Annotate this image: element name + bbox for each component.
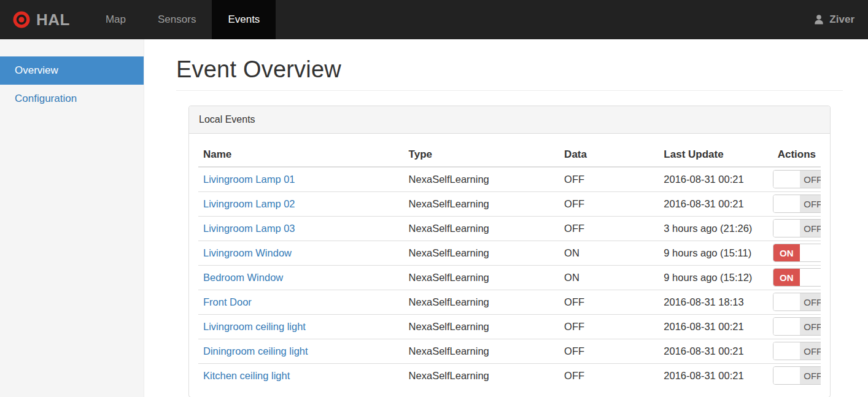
nav-item-sensors[interactable]: Sensors — [142, 0, 212, 39]
switch-label: OFF — [800, 342, 821, 360]
toggle-switch[interactable]: OFF — [773, 170, 821, 188]
toggle-switch[interactable]: OFF — [773, 317, 821, 336]
main-nav: Map Sensors Events — [90, 0, 276, 39]
panel-title: Local Events — [189, 106, 830, 134]
event-data: OFF — [559, 192, 659, 217]
switch-label: OFF — [800, 367, 821, 384]
table-row: Diningroom ceiling light NexaSelfLearnin… — [198, 339, 821, 364]
events-table: Name Type Data Last Update Actions Livin… — [198, 143, 821, 388]
event-type: NexaSelfLearning — [404, 290, 560, 315]
brand-label: HAL — [36, 10, 70, 29]
hal-target-logo-icon — [12, 10, 31, 29]
table-row: Livingroom Lamp 02 NexaSelfLearning OFF … — [198, 192, 821, 217]
event-data: OFF — [559, 217, 659, 241]
toggle-switch[interactable]: OFF — [773, 219, 821, 237]
switch-label: OFF — [800, 220, 821, 237]
event-type: NexaSelfLearning — [404, 241, 560, 266]
event-type: NexaSelfLearning — [404, 339, 560, 364]
event-data: ON — [559, 241, 659, 266]
switch-knob — [773, 342, 800, 360]
event-last-update: 2016-08-31 00:21 — [659, 167, 767, 192]
column-header-data: Data — [559, 143, 659, 167]
table-row: Bedroom Window NexaSelfLearning ON 9 hou… — [198, 266, 821, 290]
table-row: Livingroom Window NexaSelfLearning ON 9 … — [198, 241, 821, 266]
event-data: OFF — [559, 315, 659, 339]
event-link[interactable]: Livingroom Lamp 03 — [203, 223, 295, 234]
toggle-switch[interactable]: ON — [773, 268, 821, 287]
event-last-update: 9 hours ago (15:12) — [659, 266, 767, 290]
navbar-spacer — [276, 0, 799, 39]
event-link[interactable]: Livingroom ceiling light — [203, 321, 306, 332]
event-link[interactable]: Bedroom Window — [203, 272, 283, 283]
switch-label: OFF — [800, 318, 821, 335]
event-data: OFF — [559, 339, 659, 364]
page-header: Event Overview — [176, 56, 843, 91]
table-row: Livingroom Lamp 01 NexaSelfLearning OFF … — [198, 167, 821, 192]
table-row: Front Door NexaSelfLearning OFF 2016-08-… — [198, 290, 821, 315]
event-last-update: 3 hours ago (21:26) — [659, 217, 767, 241]
column-header-actions: Actions — [768, 143, 821, 167]
event-last-update: 2016-08-31 00:21 — [659, 339, 767, 364]
event-data: OFF — [559, 364, 659, 388]
local-events-panel: Local Events Name Type Data Last Update … — [188, 106, 831, 397]
toggle-switch[interactable]: OFF — [773, 366, 821, 385]
page-layout: Overview Configuration Event Overview Lo… — [0, 39, 868, 397]
event-last-update: 9 hours ago (15:11) — [659, 241, 767, 266]
column-header-last-update: Last Update — [659, 143, 767, 167]
user-icon — [813, 13, 825, 26]
column-header-type: Type — [404, 143, 560, 167]
event-last-update: 2016-08-31 00:21 — [659, 315, 767, 339]
table-row: Livingroom Lamp 03 NexaSelfLearning OFF … — [198, 217, 821, 241]
switch-label: ON — [773, 269, 800, 286]
table-row: Kitchen ceiling light NexaSelfLearning O… — [198, 364, 821, 388]
page-title: Event Overview — [176, 56, 843, 83]
top-navbar: HAL Map Sensors Events Ziver — [0, 0, 868, 39]
event-data: ON — [559, 266, 659, 290]
switch-label: OFF — [800, 293, 821, 310]
user-menu[interactable]: Ziver — [799, 0, 868, 39]
table-row: Livingroom ceiling light NexaSelfLearnin… — [198, 315, 821, 339]
toggle-switch[interactable]: OFF — [773, 342, 821, 360]
switch-knob — [773, 220, 800, 237]
event-type: NexaSelfLearning — [404, 315, 560, 339]
event-link[interactable]: Livingroom Lamp 01 — [203, 174, 295, 185]
sidebar: Overview Configuration — [0, 39, 144, 397]
switch-knob — [773, 367, 800, 384]
sidebar-item-overview[interactable]: Overview — [0, 56, 144, 85]
switch-knob — [773, 293, 800, 310]
toggle-switch[interactable]: ON — [773, 244, 821, 262]
main-content: Event Overview Local Events Name Type Da… — [144, 39, 868, 397]
nav-item-map[interactable]: Map — [90, 0, 142, 39]
switch-knob — [800, 244, 821, 261]
column-header-name: Name — [198, 143, 404, 167]
nav-item-events[interactable]: Events — [212, 0, 276, 39]
switch-knob — [800, 269, 821, 286]
event-link[interactable]: Diningroom ceiling light — [203, 345, 308, 357]
table-header-row: Name Type Data Last Update Actions — [198, 143, 821, 167]
event-link[interactable]: Livingroom Window — [203, 247, 292, 258]
switch-knob — [773, 171, 800, 188]
event-type: NexaSelfLearning — [404, 217, 560, 241]
event-link[interactable]: Kitchen ceiling light — [203, 370, 290, 381]
event-type: NexaSelfLearning — [404, 192, 560, 217]
toggle-switch[interactable]: OFF — [773, 195, 821, 213]
toggle-switch[interactable]: OFF — [773, 293, 821, 311]
switch-label: OFF — [800, 195, 821, 212]
event-last-update: 2016-08-31 00:21 — [659, 192, 767, 217]
event-link[interactable]: Livingroom Lamp 02 — [203, 198, 295, 209]
switch-label: ON — [773, 244, 800, 261]
event-data: OFF — [559, 167, 659, 192]
switch-knob — [773, 195, 800, 212]
switch-label: OFF — [800, 171, 821, 188]
event-data: OFF — [559, 290, 659, 315]
brand[interactable]: HAL — [0, 0, 81, 39]
event-link[interactable]: Front Door — [203, 296, 252, 307]
sidebar-item-configuration[interactable]: Configuration — [0, 85, 144, 113]
switch-knob — [773, 318, 800, 335]
event-type: NexaSelfLearning — [404, 364, 560, 388]
event-type: NexaSelfLearning — [404, 266, 560, 290]
event-last-update: 2016-08-31 00:21 — [659, 364, 767, 388]
panel-body: Name Type Data Last Update Actions Livin… — [189, 134, 830, 397]
username-label: Ziver — [829, 13, 854, 26]
event-type: NexaSelfLearning — [404, 167, 560, 192]
